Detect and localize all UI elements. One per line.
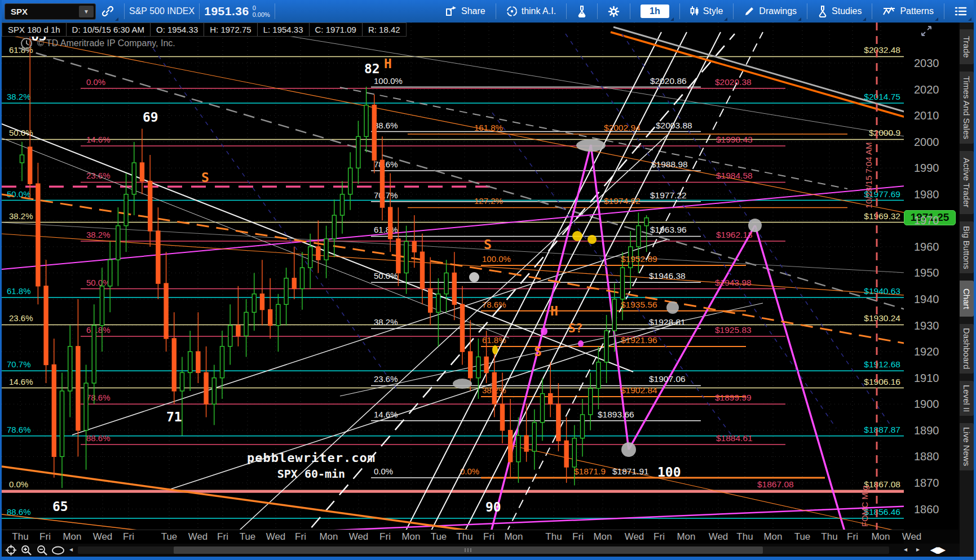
drawings-label: Drawings [759, 6, 797, 16]
scroll-left-small-icon[interactable]: ◂ [69, 545, 73, 553]
side-tab-level-ii[interactable]: Level II [960, 381, 974, 416]
fib-label: 0.0% [9, 479, 28, 489]
analyze-button[interactable] [571, 0, 593, 23]
scroll-left-icon[interactable]: ◂ [904, 545, 907, 553]
share-button[interactable]: Share [440, 0, 491, 23]
chart-area[interactable]: 61.8%50.0%38.2%23.6%14.6%0.0%38.2%50.0%6… [2, 23, 904, 530]
candle-body [364, 105, 368, 136]
price-axis-tick: 1940 [914, 293, 939, 306]
style-button[interactable]: Style [684, 0, 729, 23]
ellipse-tool-icon[interactable] [51, 544, 65, 556]
ohlc-header: SPX 180 d 1hD: 10/5/15 6:30 AMO: 1954.33… [2, 23, 407, 37]
drawings-button[interactable]: Drawings [738, 0, 802, 23]
crosshair-tool-icon[interactable] [4, 544, 17, 556]
side-tab-trade[interactable]: Trade [960, 29, 974, 64]
price-level-label: $1884.61 [716, 433, 753, 443]
patterns-button[interactable]: Patterns [877, 0, 939, 23]
menu-button[interactable] [949, 0, 973, 23]
price-level-label: $2003.88 [656, 121, 692, 130]
link-icon [101, 5, 114, 17]
candle-body [509, 430, 513, 462]
delayed-clock-icon [20, 37, 33, 50]
candle-body [644, 218, 648, 226]
price-chart[interactable]: 61.8%50.0%38.2%23.6%14.6%0.0%38.2%50.0%6… [2, 23, 904, 530]
right-price-label: $1969.32 [864, 211, 900, 221]
time-axis-label: Fri [653, 531, 665, 543]
window-edge-bottom [0, 557, 976, 560]
chart-marker [541, 327, 547, 335]
time-axis-label: Tue [794, 531, 811, 543]
fib-label: 78.6% [374, 159, 398, 169]
flask-icon [577, 5, 587, 17]
side-tab-active-trader[interactable]: Active Trader [960, 151, 974, 214]
symbol-select[interactable]: SPX ▼ [5, 3, 96, 20]
hamburger-icon [955, 6, 967, 16]
right-price-label: $2000.9 [869, 128, 900, 137]
window-edge-left [0, 0, 2, 560]
side-tab-live-news[interactable]: Live News [960, 423, 974, 470]
candle-body [388, 207, 392, 239]
chart-marker [588, 235, 597, 244]
time-axis-label: Mon [763, 531, 782, 543]
thinkorswim-window: SPX ▼ S&P 500 INDEX 1951.36 0 0.00% [0, 0, 976, 560]
time-axis[interactable]: ThuFriMonWedFriTueWedFriTueWedFriMonWedF… [2, 530, 904, 544]
ohlc-segment: SPX 180 d 1h [2, 23, 67, 36]
fib-label: 14.6% [9, 377, 33, 386]
scrollbar-thumb[interactable] [174, 546, 763, 554]
time-axis-label: Fri [483, 531, 494, 543]
wave-label: 90 [485, 500, 501, 514]
studies-button[interactable]: Studies [812, 0, 867, 23]
candle-body [637, 226, 641, 247]
side-tab-big-buttons[interactable]: Big Buttons [960, 221, 974, 273]
candle-style-icon [690, 6, 699, 17]
settings-button[interactable] [602, 0, 625, 23]
fib-label: 23.6% [9, 313, 33, 323]
timeframe-button[interactable]: 1h [635, 0, 675, 23]
wave-label: S [201, 170, 209, 185]
chart-expand-icon[interactable] [920, 25, 933, 37]
wave-label: H [550, 304, 558, 318]
candle-body [549, 394, 553, 405]
fib-label: 100.0% [482, 254, 511, 264]
candle-body [396, 239, 400, 273]
last-price: 1951.36 [204, 5, 249, 18]
time-axis-label: Tue [240, 531, 256, 543]
candle-body [124, 194, 128, 226]
fib-label: 61.8% [7, 286, 31, 296]
candle-body [28, 147, 32, 184]
side-tab-chart[interactable]: Chart [960, 281, 974, 317]
candle-body [476, 357, 480, 377]
time-axis-label: Mon [63, 531, 81, 543]
price-axis[interactable]: 1971.25 20302020201020001990198019701960… [904, 23, 959, 530]
candle-body [108, 260, 112, 286]
chart-marker [453, 379, 472, 389]
zoom-out-icon[interactable] [36, 544, 49, 556]
trend-line [2, 506, 904, 530]
candle-body [469, 352, 472, 378]
symbol-dropdown-icon[interactable]: ▼ [79, 6, 94, 17]
price-axis-tick: 1920 [914, 345, 939, 358]
symbol-value: SPX [5, 7, 79, 16]
candle-body [292, 278, 296, 289]
candle-body [524, 435, 528, 451]
think-ai-button[interactable]: think A.I. [501, 0, 562, 23]
chart-scrollbar[interactable] [78, 546, 889, 554]
change-percent: 0.00% [253, 11, 270, 18]
candle-body [260, 294, 264, 310]
zoom-in-icon[interactable] [20, 544, 33, 556]
pan-fastback-icon[interactable]: ◀▮▶ [930, 545, 944, 555]
candle-body [429, 288, 432, 312]
fib-label: 38.2% [374, 317, 398, 327]
candle-body [341, 194, 345, 215]
link-button[interactable] [96, 0, 120, 23]
candle-body [100, 286, 104, 326]
gear-icon [608, 6, 620, 17]
fib-label: 50.0% [374, 271, 398, 281]
candle-body [436, 294, 440, 313]
candle-body [541, 394, 545, 423]
scroll-right-icon[interactable]: ▸ [916, 545, 920, 553]
side-tab-dashboard[interactable]: Dashboard [960, 324, 974, 374]
patterns-icon [882, 6, 896, 16]
price-level-label: $1977.22 [650, 190, 687, 200]
side-tab-times-and-sales[interactable]: Times And Sales [960, 72, 974, 144]
